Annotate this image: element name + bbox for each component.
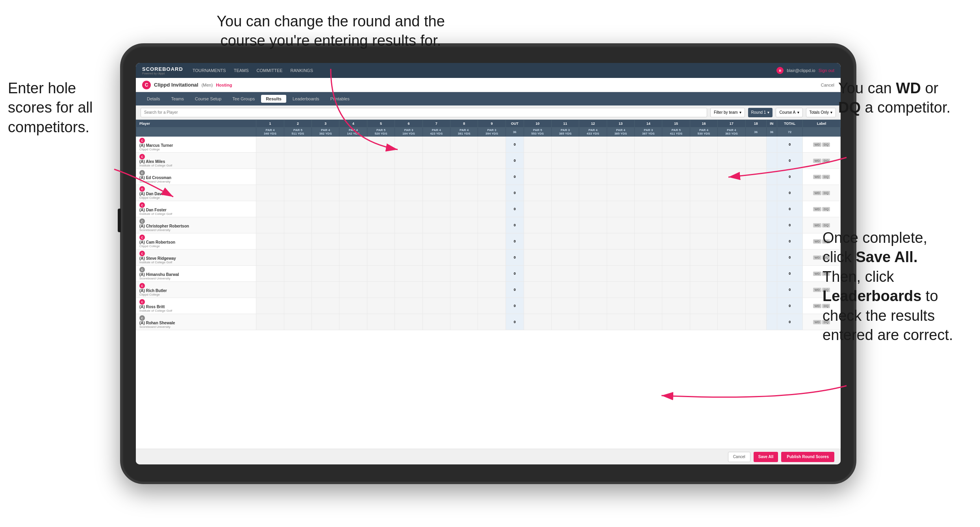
hole-13-score[interactable] <box>607 233 634 250</box>
hole-14-score[interactable] <box>635 282 662 298</box>
hole-4-score[interactable] <box>339 266 367 282</box>
hole-2-score[interactable] <box>284 201 311 217</box>
hole-4-score[interactable] <box>339 298 367 314</box>
hole-14-score[interactable] <box>635 185 662 201</box>
hole-8-score[interactable] <box>450 201 478 217</box>
hole-18-score[interactable] <box>745 266 766 282</box>
hole-14-score[interactable] <box>635 169 662 185</box>
dq-button[interactable]: DQ <box>822 223 830 227</box>
hole-6-score[interactable] <box>395 233 422 250</box>
hole-9-score[interactable] <box>478 217 506 233</box>
hole-15-score[interactable] <box>662 314 690 330</box>
wd-button[interactable]: WD <box>813 255 821 260</box>
hole-7-score[interactable] <box>422 266 450 282</box>
hole-15-score[interactable] <box>662 233 690 250</box>
hole-11-score[interactable] <box>551 314 579 330</box>
hole-9-score[interactable] <box>478 153 506 169</box>
hole-5-score[interactable] <box>367 266 395 282</box>
hole-1-score[interactable] <box>256 153 284 169</box>
hole-10-score[interactable] <box>524 298 551 314</box>
round-selector[interactable]: Round 1 ▾ <box>748 108 773 117</box>
tab-course-setup[interactable]: Course Setup <box>190 95 226 103</box>
hole-3-score[interactable] <box>312 185 339 201</box>
hole-10-score[interactable] <box>524 201 551 217</box>
hole-13-score[interactable] <box>607 282 634 298</box>
hole-12-score[interactable] <box>579 185 607 201</box>
hole-18-score[interactable] <box>745 201 766 217</box>
dq-button[interactable]: DQ <box>822 207 830 211</box>
hole-9-score[interactable] <box>478 185 506 201</box>
hole-4-score[interactable] <box>339 217 367 233</box>
hole-17-score[interactable] <box>718 314 745 330</box>
wd-button[interactable]: WD <box>813 223 821 227</box>
hole-16-score[interactable] <box>690 250 717 266</box>
hole-9-score[interactable] <box>478 201 506 217</box>
hole-5-score[interactable] <box>367 153 395 169</box>
hole-17-score[interactable] <box>718 137 745 153</box>
hole-2-score[interactable] <box>284 314 311 330</box>
hole-17-score[interactable] <box>718 282 745 298</box>
hole-4-score[interactable] <box>339 185 367 201</box>
publish-btn[interactable]: Publish Round Scores <box>781 452 834 462</box>
hole-8-score[interactable] <box>450 266 478 282</box>
hole-3-score[interactable] <box>312 153 339 169</box>
hole-14-score[interactable] <box>635 233 662 250</box>
hole-15-score[interactable] <box>662 185 690 201</box>
wd-button[interactable]: WD <box>813 288 821 292</box>
hole-14-score[interactable] <box>635 298 662 314</box>
hole-15-score[interactable] <box>662 153 690 169</box>
hole-17-score[interactable] <box>718 250 745 266</box>
tab-results[interactable]: Results <box>261 95 286 103</box>
hole-10-score[interactable] <box>524 217 551 233</box>
nav-teams[interactable]: TEAMS <box>234 68 249 73</box>
tab-leaderboards[interactable]: Leaderboards <box>288 95 324 103</box>
hole-15-score[interactable] <box>662 217 690 233</box>
hole-5-score[interactable] <box>367 185 395 201</box>
nav-rankings[interactable]: RANKINGS <box>291 68 313 73</box>
nav-tournaments[interactable]: TOURNAMENTS <box>193 68 226 73</box>
hole-8-score[interactable] <box>450 185 478 201</box>
hole-12-score[interactable] <box>579 250 607 266</box>
hole-16-score[interactable] <box>690 153 717 169</box>
hole-10-score[interactable] <box>524 233 551 250</box>
hole-11-score[interactable] <box>551 217 579 233</box>
hole-16-score[interactable] <box>690 217 717 233</box>
hole-1-score[interactable] <box>256 314 284 330</box>
hole-14-score[interactable] <box>635 314 662 330</box>
filter-team-btn[interactable]: Filter by team ▾ <box>710 108 745 117</box>
wd-button[interactable]: WD <box>813 272 821 276</box>
hole-15-score[interactable] <box>662 201 690 217</box>
hole-18-score[interactable] <box>745 298 766 314</box>
course-selector[interactable]: Course A ▾ <box>776 108 802 117</box>
hole-6-score[interactable] <box>395 250 422 266</box>
hole-3-score[interactable] <box>312 250 339 266</box>
hole-4-score[interactable] <box>339 169 367 185</box>
hole-13-score[interactable] <box>607 314 634 330</box>
hole-3-score[interactable] <box>312 217 339 233</box>
hole-13-score[interactable] <box>607 185 634 201</box>
hole-16-score[interactable] <box>690 137 717 153</box>
hole-8-score[interactable] <box>450 314 478 330</box>
hole-12-score[interactable] <box>579 266 607 282</box>
hole-3-score[interactable] <box>312 298 339 314</box>
hole-18-score[interactable] <box>745 169 766 185</box>
hole-2-score[interactable] <box>284 250 311 266</box>
hole-1-score[interactable] <box>256 185 284 201</box>
hole-17-score[interactable] <box>718 217 745 233</box>
tab-teams[interactable]: Teams <box>167 95 189 103</box>
hole-1-score[interactable] <box>256 250 284 266</box>
hole-7-score[interactable] <box>422 298 450 314</box>
hole-8-score[interactable] <box>450 282 478 298</box>
hole-9-score[interactable] <box>478 266 506 282</box>
hole-6-score[interactable] <box>395 185 422 201</box>
hole-5-score[interactable] <box>367 233 395 250</box>
hole-8-score[interactable] <box>450 217 478 233</box>
wd-button[interactable]: WD <box>813 207 821 211</box>
hole-7-score[interactable] <box>422 282 450 298</box>
hole-3-score[interactable] <box>312 282 339 298</box>
hole-5-score[interactable] <box>367 250 395 266</box>
hole-6-score[interactable] <box>395 217 422 233</box>
hole-7-score[interactable] <box>422 137 450 153</box>
hole-15-score[interactable] <box>662 266 690 282</box>
hole-11-score[interactable] <box>551 282 579 298</box>
